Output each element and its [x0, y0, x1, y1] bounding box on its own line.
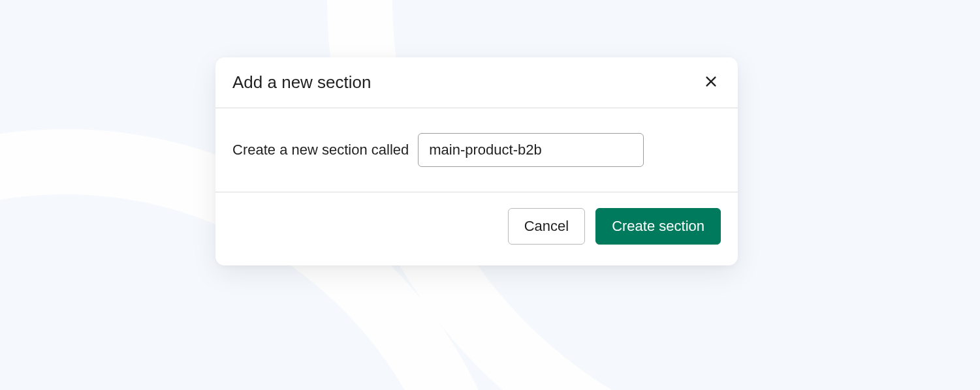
create-section-button[interactable]: Create section [595, 208, 721, 245]
close-button[interactable] [701, 72, 721, 93]
add-section-modal: Add a new section Create a new section c… [215, 57, 738, 265]
cancel-button[interactable]: Cancel [508, 208, 585, 245]
section-name-label: Create a new section called [232, 142, 409, 158]
section-name-input[interactable] [418, 133, 644, 167]
modal-footer: Cancel Create section [215, 192, 738, 265]
modal-body: Create a new section called [215, 108, 738, 192]
close-icon [704, 74, 718, 91]
modal-header: Add a new section [215, 57, 738, 108]
modal-title: Add a new section [232, 72, 371, 93]
